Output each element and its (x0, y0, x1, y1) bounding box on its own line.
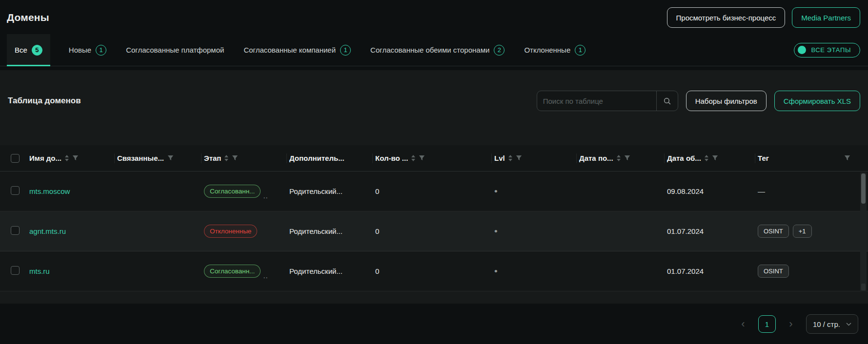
tab-item[interactable]: Отклоненные1 (523, 34, 586, 66)
media-partners-button[interactable]: Media Partners (792, 7, 860, 28)
tab-label: Отклоненные (524, 46, 570, 54)
prev-page-button[interactable]: ‹ (736, 318, 750, 330)
lvl-cell: • (494, 186, 579, 197)
sort-toggle[interactable] (508, 155, 512, 161)
tab-label: Согласованные компанией (243, 46, 336, 54)
tab-count-badge: 2 (494, 45, 505, 56)
column-header[interactable]: Связанные... (117, 145, 204, 171)
domain-link[interactable]: agnt.mts.ru (29, 227, 66, 235)
additional-cell: Родительский... (289, 267, 375, 275)
column-header[interactable]: Дата об... (667, 145, 758, 171)
tab-item[interactable]: Новые1 (68, 34, 107, 66)
column-header[interactable]: Кол-во ... (375, 145, 494, 171)
domains-table: Имя до...Связанные...ЭтапДополнитель...К… (0, 145, 868, 291)
table-search (537, 91, 678, 111)
lvl-dot: • (494, 266, 498, 276)
page-size-value: 10 / стр. (813, 320, 840, 328)
column-header[interactable]: Имя до... (29, 145, 117, 171)
tag-chip: OSINT (758, 225, 789, 238)
row-checkbox[interactable] (11, 226, 20, 235)
stage-overflow: .. (263, 194, 268, 198)
stage-cell: Согласованн..... (204, 265, 289, 278)
date-updated-cell: 09.08.2024 (667, 187, 758, 195)
next-page-button[interactable]: › (784, 318, 798, 330)
search-button[interactable] (656, 91, 678, 111)
column-label: Имя до... (29, 154, 61, 162)
additional-cell: Родительский... (289, 227, 375, 235)
tab-item[interactable]: Согласованные обеими сторонами2 (369, 34, 505, 66)
count-cell: 0 (375, 267, 494, 275)
sort-toggle[interactable] (705, 155, 708, 161)
lvl-dot: • (494, 226, 498, 236)
toggle-dot-icon (798, 46, 806, 54)
sort-desc-icon (705, 159, 708, 161)
tags-cell: OSINT (758, 265, 868, 278)
header-checkbox-cell (7, 145, 29, 171)
export-xls-button[interactable]: Сформировать XLS (774, 91, 860, 111)
tab-item[interactable]: Все5 (7, 34, 50, 66)
filter-icon[interactable] (712, 155, 718, 161)
filter-icon[interactable] (232, 155, 238, 161)
row-checkbox[interactable] (11, 266, 20, 275)
search-input[interactable] (537, 91, 656, 111)
column-label: Дата по... (579, 154, 613, 162)
column-label: Дополнитель... (289, 154, 344, 162)
stage-overflow: .. (263, 274, 268, 278)
tab-item[interactable]: Согласованные платформой (125, 34, 225, 66)
column-header[interactable]: Lvl (494, 145, 579, 171)
column-label: Тег (758, 154, 769, 162)
stage-cell: Согласованн..... (204, 185, 289, 198)
tab-count-badge: 1 (340, 45, 351, 56)
page-1-button[interactable]: 1 (758, 315, 776, 333)
filter-icon[interactable] (844, 155, 850, 161)
filter-icon[interactable] (72, 155, 79, 161)
column-header[interactable]: Тег (758, 145, 868, 171)
sort-toggle[interactable] (411, 155, 415, 161)
sort-desc-icon (65, 159, 69, 161)
sort-toggle[interactable] (65, 155, 69, 161)
sort-asc-icon (411, 155, 415, 157)
column-header[interactable]: Этап (204, 145, 289, 171)
page-title: Домены (7, 12, 49, 23)
table-row: agnt.mts.ruОтклоненныеРодительский...0•0… (0, 211, 868, 251)
sort-toggle[interactable] (224, 155, 228, 161)
toolbar-actions: Наборы фильтров Сформировать XLS (537, 91, 860, 111)
domain-cell: mts.ru (29, 267, 117, 275)
sort-asc-icon (705, 155, 708, 157)
count-cell: 0 (375, 227, 494, 235)
select-all-checkbox[interactable] (11, 154, 20, 163)
column-header[interactable]: Дата по... (579, 145, 667, 171)
sort-desc-icon (411, 159, 415, 161)
filter-sets-button[interactable]: Наборы фильтров (686, 91, 767, 111)
table-title: Таблица доменов (8, 96, 81, 106)
scrollbar-thumb[interactable] (861, 173, 866, 204)
sort-toggle[interactable] (617, 155, 621, 161)
table-header-row: Имя до...Связанные...ЭтапДополнитель...К… (0, 145, 868, 172)
filter-icon[interactable] (167, 155, 174, 161)
column-header[interactable]: Дополнитель... (289, 145, 375, 171)
tab-item[interactable]: Согласованные компанией1 (242, 34, 352, 66)
tabs-bar: Все5Новые1Согласованные платформойСоглас… (0, 34, 868, 66)
domain-link[interactable]: mts.ru (29, 267, 50, 275)
filter-icon[interactable] (419, 155, 425, 161)
filter-icon[interactable] (624, 155, 630, 161)
table-scrollbar[interactable] (860, 172, 867, 291)
column-label: Кол-во ... (375, 154, 408, 162)
tags-empty: — (758, 187, 765, 195)
tab-label: Все (15, 46, 27, 54)
pagination: ‹ 1 › 10 / стр. (0, 314, 868, 334)
table-row: mts.ruСогласованн.....Родительский...0•0… (0, 251, 868, 291)
scrollbar-down-button[interactable] (861, 284, 866, 290)
table-body: mts.moscowСогласованн.....Родительский..… (0, 172, 868, 291)
page-size-select[interactable]: 10 / стр. (806, 314, 858, 334)
view-business-process-button[interactable]: Просмотреть бизнес-процесс (667, 7, 786, 28)
all-stages-label: ВСЕ ЭТАПЫ (811, 46, 851, 54)
row-checkbox[interactable] (11, 186, 20, 195)
checkbox-cell (7, 186, 29, 196)
all-stages-toggle[interactable]: ВСЕ ЭТАПЫ (794, 43, 860, 57)
filter-icon[interactable] (516, 155, 522, 161)
sort-asc-icon (617, 155, 621, 157)
column-label: Этап (204, 154, 221, 162)
domain-link[interactable]: mts.moscow (29, 187, 70, 195)
lvl-cell: • (494, 226, 579, 237)
